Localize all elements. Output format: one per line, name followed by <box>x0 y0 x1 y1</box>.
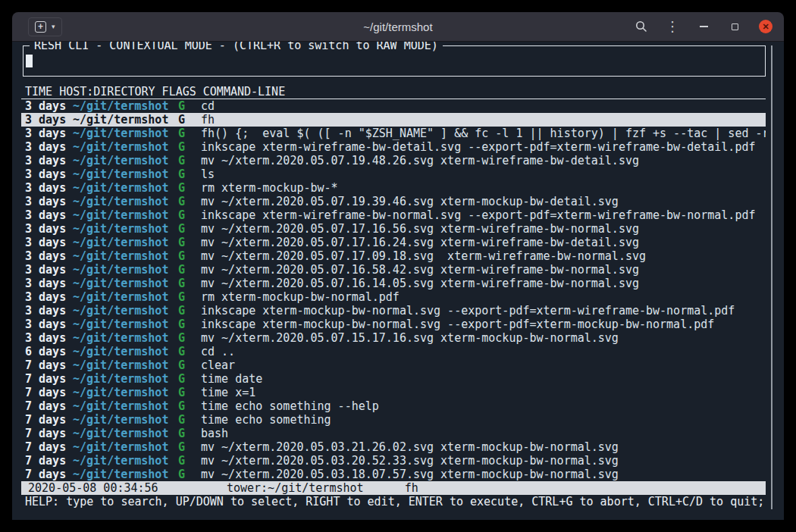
menu-button[interactable]: ⋮ <box>666 20 679 33</box>
row-flags: G <box>178 167 201 181</box>
history-row[interactable]: 7 days~/git/termshotGtime date <box>21 372 766 386</box>
row-command: rm xterm-mockup-bw-normal.pdf <box>201 290 766 304</box>
minimize-button[interactable] <box>697 20 710 33</box>
row-time: 7 days <box>25 386 73 399</box>
row-host-directory: ~/git/termshot <box>73 277 178 290</box>
row-time: 3 days <box>25 208 73 222</box>
row-host-directory: ~/git/termshot <box>73 440 178 454</box>
row-host-directory: ~/git/termshot <box>73 468 178 481</box>
history-row[interactable]: 7 days~/git/termshotGbash <box>21 427 766 440</box>
history-row[interactable]: 7 days~/git/termshotGmv ~/xterm.2020.05.… <box>21 468 766 481</box>
history-row[interactable]: 7 days~/git/termshotGmv ~/xterm.2020.05.… <box>21 454 766 468</box>
row-time: 7 days <box>25 454 73 468</box>
row-host-directory: ~/git/termshot <box>73 399 178 413</box>
row-host-directory: ~/git/termshot <box>73 427 178 440</box>
history-row[interactable]: 3 days~/git/termshotGmv ~/xterm.2020.05.… <box>21 236 766 249</box>
row-flags: G <box>178 372 201 386</box>
history-row[interactable]: 3 days~/git/termshotGmv ~/xterm.2020.05.… <box>21 249 766 263</box>
history-row[interactable]: 3 days~/git/termshotGrm xterm-mockup-bw-… <box>21 290 766 304</box>
row-command: mv ~/xterm.2020.05.07.17.09.18.svg xterm… <box>201 249 766 263</box>
row-command: mv ~/xterm.2020.05.07.15.17.16.svg xterm… <box>201 331 766 345</box>
row-host-directory: ~/git/termshot <box>73 154 178 167</box>
history-row[interactable]: 3 days~/git/termshotGfh() {; eval $( ([ … <box>21 127 766 140</box>
new-tab-button[interactable]: + ▾ <box>28 17 62 36</box>
history-row[interactable]: 7 days~/git/termshotGmv ~/xterm.2020.05.… <box>21 440 766 454</box>
history-row[interactable]: 6 days~/git/termshotGcd .. <box>21 345 766 358</box>
titlebar: + ▾ ~/git/termshot ⋮ ✕ <box>12 12 784 42</box>
scrollbar[interactable] <box>771 45 772 509</box>
row-flags: G <box>178 304 201 318</box>
row-time: 3 days <box>25 263 73 277</box>
column-headers: TIME HOST:DIRECTORY FLAGS COMMAND-LINE <box>21 85 766 99</box>
row-host-directory: ~/git/termshot <box>73 181 178 195</box>
row-command: time x=1 <box>201 386 766 399</box>
resh-search-box[interactable]: RESH CLI - CONTEXTUAL MODE - (CTRL+R to … <box>23 45 766 77</box>
history-row[interactable]: 3 days~/git/termshotGcd <box>21 99 766 113</box>
restore-button[interactable] <box>728 20 741 33</box>
row-time: 6 days <box>25 345 73 358</box>
row-host-directory: ~/git/termshot <box>73 195 178 208</box>
history-row[interactable]: 7 days~/git/termshotGclear <box>21 358 766 372</box>
row-time: 3 days <box>25 331 73 345</box>
row-command: mv ~/xterm.2020.05.03.18.07.57.svg xterm… <box>201 468 766 481</box>
row-flags: G <box>178 427 201 440</box>
row-time: 7 days <box>25 468 73 481</box>
history-row[interactable]: 3 days~/git/termshotGfh <box>21 113 766 127</box>
terminal-window: + ▾ ~/git/termshot ⋮ ✕ <box>12 12 784 520</box>
row-time: 7 days <box>25 413 73 427</box>
row-flags: G <box>178 386 201 399</box>
history-row[interactable]: 3 days~/git/termshotGmv ~/xterm.2020.05.… <box>21 222 766 236</box>
history-row[interactable]: 3 days~/git/termshotGmv ~/xterm.2020.05.… <box>21 263 766 277</box>
history-list: 3 days~/git/termshotGcd3 days~/git/terms… <box>21 99 766 481</box>
history-row[interactable]: 3 days~/git/termshotGrm xterm-mockup-bw-… <box>21 181 766 195</box>
row-command: mv ~/xterm.2020.05.07.17.16.24.svg xterm… <box>201 236 766 249</box>
history-row[interactable]: 3 days~/git/termshotGmv ~/xterm.2020.05.… <box>21 331 766 345</box>
history-row[interactable]: 3 days~/git/termshotGls <box>21 167 766 181</box>
row-time: 3 days <box>25 222 73 236</box>
minimize-icon <box>700 26 708 27</box>
row-time: 7 days <box>25 399 73 413</box>
row-time: 3 days <box>25 154 73 167</box>
history-row[interactable]: 3 days~/git/termshotGinkscape xterm-mock… <box>21 304 766 318</box>
row-command: ls <box>201 167 766 181</box>
restore-icon <box>732 23 738 30</box>
row-time: 3 days <box>25 181 73 195</box>
history-row[interactable]: 3 days~/git/termshotGinkscape xterm-mock… <box>21 318 766 331</box>
history-row[interactable]: 3 days~/git/termshotGinkscape xterm-wire… <box>21 208 766 222</box>
close-button[interactable]: ✕ <box>759 20 772 33</box>
search-button[interactable] <box>635 20 648 33</box>
row-time: 3 days <box>25 195 73 208</box>
row-command: inkscape xterm-wireframe-bw-normal.svg -… <box>201 208 766 222</box>
row-time: 3 days <box>25 304 73 318</box>
row-host-directory: ~/git/termshot <box>73 331 178 345</box>
row-time: 3 days <box>25 99 73 113</box>
history-row[interactable]: 3 days~/git/termshotGinkscape xterm-wire… <box>21 140 766 154</box>
row-time: 3 days <box>25 236 73 249</box>
history-row[interactable]: 7 days~/git/termshotGtime echo something <box>21 413 766 427</box>
row-time: 3 days <box>25 127 73 140</box>
row-flags: G <box>178 236 201 249</box>
history-row[interactable]: 3 days~/git/termshotGmv ~/xterm.2020.05.… <box>21 195 766 208</box>
row-command: mv ~/xterm.2020.05.07.19.39.46.svg xterm… <box>201 195 766 208</box>
help-bar: HELP: type to search, UP/DOWN to select,… <box>21 495 766 509</box>
row-host-directory: ~/git/termshot <box>73 249 178 263</box>
row-host-directory: ~/git/termshot <box>73 358 178 372</box>
row-time: 3 days <box>25 140 73 154</box>
row-command: bash <box>201 427 766 440</box>
history-row[interactable]: 7 days~/git/termshotGtime x=1 <box>21 386 766 399</box>
history-row[interactable]: 7 days~/git/termshotGtime echo something… <box>21 399 766 413</box>
row-host-directory: ~/git/termshot <box>73 99 178 113</box>
row-host-directory: ~/git/termshot <box>73 290 178 304</box>
terminal-screen[interactable]: RESH CLI - CONTEXTUAL MODE - (CTRL+R to … <box>12 42 784 520</box>
row-command: fh() {; eval $( ([ -n "$ZSH_NAME" ] && f… <box>201 127 766 140</box>
row-time: 7 days <box>25 427 73 440</box>
history-row[interactable]: 3 days~/git/termshotGmv ~/xterm.2020.05.… <box>21 154 766 167</box>
row-flags: G <box>178 127 201 140</box>
search-icon <box>635 20 647 33</box>
history-row[interactable]: 3 days~/git/termshotGmv ~/xterm.2020.05.… <box>21 277 766 290</box>
row-time: 7 days <box>25 358 73 372</box>
row-host-directory: ~/git/termshot <box>73 127 178 140</box>
row-flags: G <box>178 222 201 236</box>
row-command: rm xterm-mockup-bw-* <box>201 181 766 195</box>
row-host-directory: ~/git/termshot <box>73 208 178 222</box>
